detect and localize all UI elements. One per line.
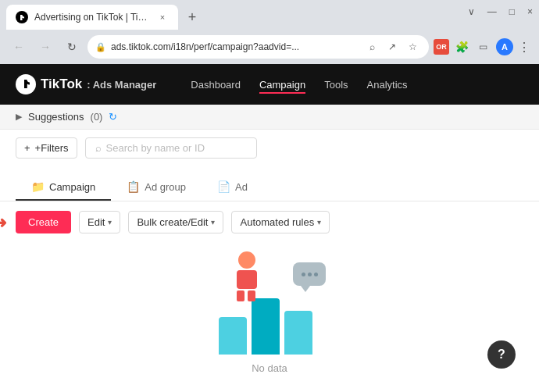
lock-icon: 🔒: [95, 42, 106, 52]
ad-group-icon: 📋: [127, 180, 140, 193]
suggestions-count: (0): [91, 111, 103, 123]
new-tab-button[interactable]: +: [181, 6, 203, 28]
filter-button[interactable]: + +Filters: [16, 137, 77, 159]
tab-campaign[interactable]: 📁 Campaign: [16, 174, 111, 201]
create-button[interactable]: Create: [16, 211, 71, 233]
profile-icon[interactable]: A: [496, 38, 513, 55]
chart-bar-2: [252, 298, 280, 355]
bookmark-icon[interactable]: ☆: [404, 38, 421, 55]
tiktok-logo-icon: [16, 74, 36, 94]
browser-menu-button[interactable]: ⋮: [518, 40, 531, 55]
auto-dropdown-icon: ▾: [317, 218, 321, 226]
tab-title: Advertising on TikTok | TikTok Ac...: [34, 12, 150, 23]
url-text: ads.tiktok.com/i18n/perf/campaign?aadvid…: [111, 41, 359, 52]
nav-dashboard[interactable]: Dashboard: [191, 76, 241, 94]
action-bar: ➜ Create Edit ▾ Bulk create/Edit ▾ Autom…: [0, 201, 539, 243]
suggestions-refresh-icon[interactable]: ↻: [109, 111, 117, 123]
bulk-dropdown-icon: ▾: [211, 218, 215, 226]
logo-sub-text: : Ads Manager: [87, 79, 156, 91]
nav-analytics[interactable]: Analytics: [367, 76, 408, 94]
suggestions-arrow-icon: ▶: [16, 112, 22, 122]
search-box[interactable]: ⌕ Search by name or ID: [85, 137, 257, 159]
bulk-create-button[interactable]: Bulk create/Edit ▾: [128, 211, 223, 233]
window-maximize[interactable]: □: [509, 6, 515, 17]
edit-label: Edit: [87, 216, 105, 228]
sidebar-toggle-icon[interactable]: ▭: [474, 38, 491, 55]
active-tab[interactable]: Advertising on TikTok | TikTok Ac... ×: [6, 5, 178, 30]
create-arrow-indicator: ➜: [0, 213, 7, 232]
edit-button[interactable]: Edit ▾: [79, 211, 120, 233]
suggestions-row[interactable]: ▶ Suggestions (0) ↻: [0, 105, 539, 130]
tab-campaign-label: Campaign: [49, 181, 95, 193]
search-address-icon[interactable]: ⌕: [363, 38, 380, 55]
page-content: TikTok : Ads Manager Dashboard Campaign …: [0, 64, 539, 392]
nav-campaign[interactable]: Campaign: [259, 76, 305, 94]
tab-ad-label: Ad: [235, 181, 248, 193]
logo-text: TikTok: [41, 77, 82, 92]
speech-bubble: [293, 262, 326, 286]
window-close[interactable]: ×: [527, 6, 533, 17]
tiktok-logo: TikTok : Ads Manager: [16, 74, 156, 94]
empty-state: No data ?: [0, 243, 539, 392]
url-bar[interactable]: 🔒 ads.tiktok.com/i18n/perf/campaign?aadv…: [87, 35, 429, 59]
help-button[interactable]: ?: [487, 340, 516, 369]
no-data-label: No data: [252, 362, 287, 374]
tab-ad[interactable]: 📄 Ad: [202, 174, 263, 201]
tiktok-navbar: TikTok : Ads Manager Dashboard Campaign …: [0, 64, 539, 105]
campaign-folder-icon: 📁: [31, 180, 45, 193]
tab-close-button[interactable]: ×: [156, 11, 169, 23]
window-minimize[interactable]: —: [487, 6, 497, 17]
refresh-button[interactable]: ↻: [61, 36, 83, 58]
campaign-tabs: 📁 Campaign 📋 Ad group 📄 Ad: [0, 166, 539, 201]
filter-plus-icon: +: [24, 142, 30, 154]
address-bar: ← → ↻ 🔒 ads.tiktok.com/i18n/perf/campaig…: [0, 30, 539, 64]
search-placeholder: Search by name or ID: [106, 142, 205, 154]
chart-bar-1: [219, 317, 247, 355]
back-button[interactable]: ←: [8, 36, 30, 58]
nav-tools[interactable]: Tools: [324, 76, 348, 94]
person-figure: [237, 251, 257, 301]
chart-bar-3: [284, 311, 312, 355]
extension-or-icon[interactable]: OR: [434, 39, 449, 55]
tab-favicon: [16, 11, 28, 23]
forward-button[interactable]: →: [34, 36, 56, 58]
tab-ad-group[interactable]: 📋 Ad group: [111, 174, 202, 201]
filter-toolbar: + +Filters ⌕ Search by name or ID: [0, 130, 539, 166]
share-icon[interactable]: ↗: [384, 38, 401, 55]
suggestions-label: Suggestions: [28, 111, 84, 123]
filter-label: +Filters: [35, 142, 69, 154]
extensions-icon[interactable]: 🧩: [454, 39, 469, 55]
no-data-illustration: [207, 261, 332, 355]
window-chevron: ∨: [468, 6, 475, 17]
speech-bubble-tail: [301, 286, 310, 292]
bulk-label: Bulk create/Edit: [137, 216, 208, 228]
tab-ad-group-label: Ad group: [145, 181, 186, 193]
auto-label: Automated rules: [240, 216, 314, 228]
address-icons: ⌕ ↗ ☆: [363, 38, 421, 55]
ad-icon: 📄: [217, 180, 230, 193]
main-nav: Dashboard Campaign Tools Analytics: [191, 76, 407, 94]
edit-dropdown-icon: ▾: [108, 218, 112, 226]
search-icon: ⌕: [95, 142, 102, 154]
automated-rules-button[interactable]: Automated rules ▾: [231, 211, 330, 233]
